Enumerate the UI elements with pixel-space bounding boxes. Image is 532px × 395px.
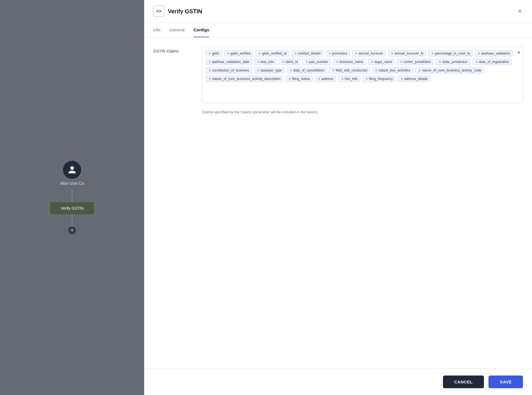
remove-claim-icon[interactable]: × — [418, 68, 421, 72]
claim-tag: ×nature_of_core_business_activity_descri… — [206, 76, 283, 82]
remove-claim-icon[interactable]: × — [227, 51, 230, 55]
claim-tag-label: hsn_info — [345, 77, 358, 81]
modal-header: <> Verify GSTIN × — [144, 0, 532, 23]
after-user-label: After User Co — [60, 181, 84, 186]
remove-claim-icon[interactable]: × — [431, 51, 434, 55]
claim-tag-label: less_info — [261, 60, 274, 64]
remove-claim-icon[interactable]: × — [318, 77, 320, 81]
modal-footer: CANCEL SAVE — [144, 368, 532, 395]
tab-configs[interactable]: Configs — [193, 23, 209, 37]
remove-claim-icon[interactable]: × — [371, 60, 373, 64]
save-button[interactable]: SAVE — [488, 376, 523, 388]
user-avatar — [63, 161, 81, 179]
claim-tag: ×state_jurisdiction — [436, 59, 470, 65]
remove-claim-icon[interactable]: × — [391, 51, 393, 55]
connector-top — [72, 190, 72, 201]
claim-tag-label: filing_status — [292, 77, 310, 81]
remove-claim-icon[interactable]: × — [401, 77, 403, 81]
remove-claim-icon[interactable]: × — [289, 77, 291, 81]
claim-tag: ×client_id — [279, 59, 300, 65]
modal-body: GSTIN Claims ×gstin×gstin_verified×gstin… — [144, 38, 532, 368]
claim-tag: ×contact_details — [291, 50, 323, 57]
claim-tag: ×percentage_in_cash_fy — [428, 50, 472, 57]
claim-tag-label: client_id — [285, 60, 298, 64]
claim-tag-label: percentage_in_cash_fy — [435, 51, 470, 55]
modal-title: Verify GSTIN — [168, 8, 202, 15]
claim-tag-label: gstin_verified_at — [262, 51, 287, 55]
claim-tag-label: taxpayer_type — [261, 68, 282, 72]
remove-claim-icon[interactable]: × — [375, 68, 377, 72]
code-icon: <> — [153, 6, 165, 17]
claim-tag-label: state_jurisdiction — [442, 60, 468, 64]
remove-claim-icon[interactable]: × — [209, 60, 211, 64]
user-node: After User Co — [60, 161, 84, 186]
remove-claim-icon[interactable]: × — [336, 60, 338, 64]
claim-tag: ×address_details — [397, 76, 430, 82]
remove-claim-icon[interactable]: × — [475, 60, 478, 64]
claim-tag-label: gstin — [212, 51, 219, 55]
modal-title-group: <> Verify GSTIN — [153, 6, 202, 17]
remove-claim-icon[interactable]: × — [257, 60, 259, 64]
claim-tag: ×date_of_registration — [472, 59, 511, 65]
claim-tag: ×nature_of_core_business_activity_code — [415, 67, 484, 73]
close-button[interactable]: × — [517, 7, 523, 16]
claim-tag-label: aadhaar_validation — [481, 51, 510, 55]
claim-tag: ×annual_turnover — [352, 50, 386, 57]
claim-tag-label: date_of_registration — [479, 60, 509, 64]
claim-tag: ×address — [315, 76, 336, 82]
modal-panel: <> Verify GSTIN × Info General Configs G… — [144, 0, 532, 395]
claim-tag: ×aadhaar_validation_date — [206, 59, 252, 65]
claim-tag-label: aadhaar_validation_date — [212, 60, 249, 64]
claim-tag: ×taxpayer_type — [254, 67, 285, 73]
tab-general[interactable]: General — [169, 23, 184, 37]
verify-gstin-node[interactable]: Verify GSTIN — [49, 201, 95, 215]
cancel-button[interactable]: CANCEL — [443, 376, 484, 388]
remove-claim-icon[interactable]: × — [290, 68, 292, 72]
claims-multiselect[interactable]: ×gstin×gstin_verified×gstin_verified_at×… — [202, 47, 523, 103]
remove-claim-icon[interactable]: × — [478, 51, 480, 55]
claim-tag-label: address_details — [404, 77, 428, 81]
tabs-bar: Info General Configs — [144, 23, 532, 38]
remove-claim-icon[interactable]: × — [209, 68, 211, 72]
claim-tag: ×nature_bus_activities — [372, 67, 413, 73]
claim-tag-label: address — [321, 77, 334, 81]
claim-tag-label: annual_turnover — [359, 51, 383, 55]
remove-claim-icon[interactable]: × — [209, 51, 211, 55]
claim-tag: ×annual_turnover_fy — [388, 50, 426, 57]
claim-tag-label: filing_frequency — [369, 77, 393, 81]
claim-tag-label: contact_details — [298, 51, 321, 55]
claim-tag: ×aadhaar_validation — [475, 50, 513, 57]
claim-tag-label: nature_of_core_business_activity_descrip… — [212, 77, 281, 81]
claim-tag-label: promoters — [332, 51, 347, 55]
remove-claim-icon[interactable]: × — [257, 68, 259, 72]
add-node-button[interactable]: + — [68, 226, 76, 234]
remove-claim-icon[interactable]: × — [295, 51, 297, 55]
claim-tag: ×less_info — [254, 59, 277, 65]
claim-tag: ×gstin — [206, 50, 222, 57]
claims-help-text: Claims specified by the Claims parameter… — [202, 110, 523, 114]
gstin-claims-label: GSTIN Claims — [153, 47, 193, 53]
claim-tag: ×filing_status — [286, 76, 313, 82]
tab-info[interactable]: Info — [153, 23, 160, 37]
remove-claim-icon[interactable]: × — [355, 51, 358, 55]
remove-claim-icon[interactable]: × — [282, 60, 284, 64]
remove-claim-icon[interactable]: × — [328, 51, 331, 55]
remove-claim-icon[interactable]: × — [332, 68, 334, 72]
remove-claim-icon[interactable]: × — [366, 77, 368, 81]
remove-claim-icon[interactable]: × — [400, 60, 402, 64]
claim-tag: ×center_jurisdiction — [397, 59, 433, 65]
remove-claim-icon[interactable]: × — [258, 51, 261, 55]
remove-claim-icon[interactable]: × — [439, 60, 441, 64]
claim-tag-label: nature_of_core_business_activity_code — [422, 68, 481, 72]
claim-tag-label: constitution_of_business — [212, 68, 249, 72]
claim-tag: ×field_visit_conducted — [329, 67, 370, 73]
claim-tag: ×promoters — [325, 50, 350, 57]
remove-claim-icon[interactable]: × — [341, 77, 343, 81]
claim-tag-label: nature_bus_activities — [379, 68, 410, 72]
remove-claim-icon[interactable]: × — [209, 77, 211, 81]
gstin-claims-row: GSTIN Claims ×gstin×gstin_verified×gstin… — [153, 47, 523, 103]
claim-tag-label: gstin_verified — [231, 51, 251, 55]
claim-tag: ×legal_name — [368, 59, 395, 65]
dropdown-arrow-icon: ▾ — [518, 50, 520, 55]
remove-claim-icon[interactable]: × — [306, 60, 308, 64]
